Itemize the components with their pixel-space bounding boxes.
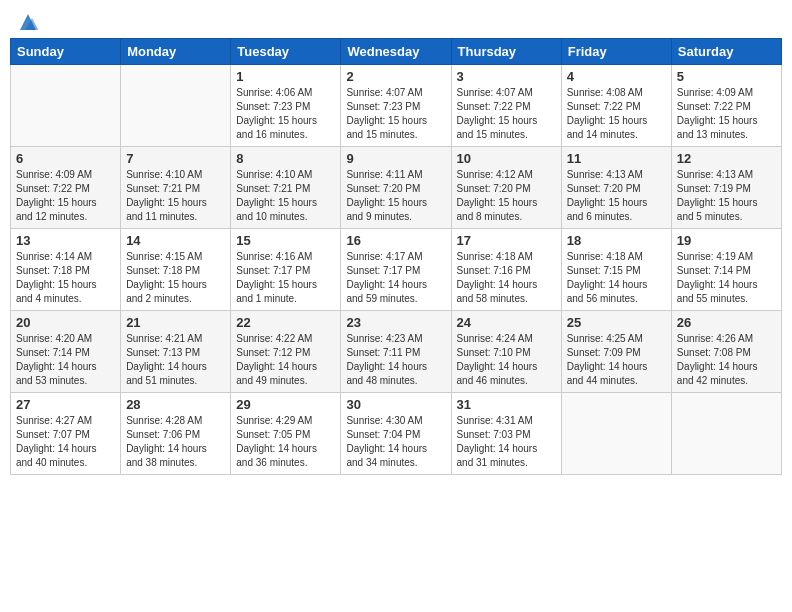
day-info: Sunrise: 4:09 AM Sunset: 7:22 PM Dayligh…	[16, 168, 115, 224]
calendar-cell: 14Sunrise: 4:15 AM Sunset: 7:18 PM Dayli…	[121, 229, 231, 311]
calendar-cell: 28Sunrise: 4:28 AM Sunset: 7:06 PM Dayli…	[121, 393, 231, 475]
day-number: 23	[346, 315, 445, 330]
calendar-cell: 26Sunrise: 4:26 AM Sunset: 7:08 PM Dayli…	[671, 311, 781, 393]
day-number: 26	[677, 315, 776, 330]
calendar-cell	[121, 65, 231, 147]
calendar-cell: 25Sunrise: 4:25 AM Sunset: 7:09 PM Dayli…	[561, 311, 671, 393]
day-info: Sunrise: 4:08 AM Sunset: 7:22 PM Dayligh…	[567, 86, 666, 142]
day-info: Sunrise: 4:10 AM Sunset: 7:21 PM Dayligh…	[236, 168, 335, 224]
calendar-week-row: 27Sunrise: 4:27 AM Sunset: 7:07 PM Dayli…	[11, 393, 782, 475]
day-number: 13	[16, 233, 115, 248]
day-number: 2	[346, 69, 445, 84]
calendar-table: SundayMondayTuesdayWednesdayThursdayFrid…	[10, 38, 782, 475]
calendar-cell	[561, 393, 671, 475]
weekday-header: Wednesday	[341, 39, 451, 65]
day-info: Sunrise: 4:26 AM Sunset: 7:08 PM Dayligh…	[677, 332, 776, 388]
day-info: Sunrise: 4:10 AM Sunset: 7:21 PM Dayligh…	[126, 168, 225, 224]
calendar-cell: 17Sunrise: 4:18 AM Sunset: 7:16 PM Dayli…	[451, 229, 561, 311]
weekday-header: Tuesday	[231, 39, 341, 65]
calendar-cell: 6Sunrise: 4:09 AM Sunset: 7:22 PM Daylig…	[11, 147, 121, 229]
weekday-header: Friday	[561, 39, 671, 65]
day-number: 3	[457, 69, 556, 84]
calendar-cell: 16Sunrise: 4:17 AM Sunset: 7:17 PM Dayli…	[341, 229, 451, 311]
day-info: Sunrise: 4:06 AM Sunset: 7:23 PM Dayligh…	[236, 86, 335, 142]
calendar-cell: 4Sunrise: 4:08 AM Sunset: 7:22 PM Daylig…	[561, 65, 671, 147]
day-number: 29	[236, 397, 335, 412]
day-number: 14	[126, 233, 225, 248]
calendar-cell: 21Sunrise: 4:21 AM Sunset: 7:13 PM Dayli…	[121, 311, 231, 393]
calendar-cell: 1Sunrise: 4:06 AM Sunset: 7:23 PM Daylig…	[231, 65, 341, 147]
day-number: 30	[346, 397, 445, 412]
day-number: 17	[457, 233, 556, 248]
day-number: 1	[236, 69, 335, 84]
weekday-header: Monday	[121, 39, 231, 65]
logo	[14, 10, 40, 30]
day-info: Sunrise: 4:30 AM Sunset: 7:04 PM Dayligh…	[346, 414, 445, 470]
calendar-cell: 9Sunrise: 4:11 AM Sunset: 7:20 PM Daylig…	[341, 147, 451, 229]
day-number: 19	[677, 233, 776, 248]
calendar-cell: 18Sunrise: 4:18 AM Sunset: 7:15 PM Dayli…	[561, 229, 671, 311]
day-info: Sunrise: 4:13 AM Sunset: 7:19 PM Dayligh…	[677, 168, 776, 224]
calendar-cell: 27Sunrise: 4:27 AM Sunset: 7:07 PM Dayli…	[11, 393, 121, 475]
day-number: 24	[457, 315, 556, 330]
day-number: 8	[236, 151, 335, 166]
calendar-cell: 8Sunrise: 4:10 AM Sunset: 7:21 PM Daylig…	[231, 147, 341, 229]
calendar-week-row: 20Sunrise: 4:20 AM Sunset: 7:14 PM Dayli…	[11, 311, 782, 393]
day-info: Sunrise: 4:11 AM Sunset: 7:20 PM Dayligh…	[346, 168, 445, 224]
calendar-cell: 3Sunrise: 4:07 AM Sunset: 7:22 PM Daylig…	[451, 65, 561, 147]
calendar-cell: 30Sunrise: 4:30 AM Sunset: 7:04 PM Dayli…	[341, 393, 451, 475]
day-info: Sunrise: 4:07 AM Sunset: 7:22 PM Dayligh…	[457, 86, 556, 142]
day-number: 16	[346, 233, 445, 248]
day-info: Sunrise: 4:12 AM Sunset: 7:20 PM Dayligh…	[457, 168, 556, 224]
weekday-header: Saturday	[671, 39, 781, 65]
calendar-week-row: 6Sunrise: 4:09 AM Sunset: 7:22 PM Daylig…	[11, 147, 782, 229]
weekday-header: Sunday	[11, 39, 121, 65]
day-number: 20	[16, 315, 115, 330]
day-number: 31	[457, 397, 556, 412]
day-number: 12	[677, 151, 776, 166]
day-info: Sunrise: 4:20 AM Sunset: 7:14 PM Dayligh…	[16, 332, 115, 388]
calendar-cell: 31Sunrise: 4:31 AM Sunset: 7:03 PM Dayli…	[451, 393, 561, 475]
calendar-week-row: 1Sunrise: 4:06 AM Sunset: 7:23 PM Daylig…	[11, 65, 782, 147]
day-number: 21	[126, 315, 225, 330]
day-info: Sunrise: 4:15 AM Sunset: 7:18 PM Dayligh…	[126, 250, 225, 306]
day-info: Sunrise: 4:24 AM Sunset: 7:10 PM Dayligh…	[457, 332, 556, 388]
day-info: Sunrise: 4:14 AM Sunset: 7:18 PM Dayligh…	[16, 250, 115, 306]
day-number: 4	[567, 69, 666, 84]
calendar-cell: 13Sunrise: 4:14 AM Sunset: 7:18 PM Dayli…	[11, 229, 121, 311]
calendar-cell: 23Sunrise: 4:23 AM Sunset: 7:11 PM Dayli…	[341, 311, 451, 393]
weekday-header: Thursday	[451, 39, 561, 65]
calendar-cell: 11Sunrise: 4:13 AM Sunset: 7:20 PM Dayli…	[561, 147, 671, 229]
calendar-week-row: 13Sunrise: 4:14 AM Sunset: 7:18 PM Dayli…	[11, 229, 782, 311]
calendar-cell: 10Sunrise: 4:12 AM Sunset: 7:20 PM Dayli…	[451, 147, 561, 229]
calendar-cell: 19Sunrise: 4:19 AM Sunset: 7:14 PM Dayli…	[671, 229, 781, 311]
day-info: Sunrise: 4:07 AM Sunset: 7:23 PM Dayligh…	[346, 86, 445, 142]
day-number: 27	[16, 397, 115, 412]
day-number: 28	[126, 397, 225, 412]
calendar-cell: 20Sunrise: 4:20 AM Sunset: 7:14 PM Dayli…	[11, 311, 121, 393]
day-info: Sunrise: 4:27 AM Sunset: 7:07 PM Dayligh…	[16, 414, 115, 470]
day-number: 9	[346, 151, 445, 166]
calendar-cell: 5Sunrise: 4:09 AM Sunset: 7:22 PM Daylig…	[671, 65, 781, 147]
logo-icon	[16, 10, 40, 34]
day-info: Sunrise: 4:17 AM Sunset: 7:17 PM Dayligh…	[346, 250, 445, 306]
day-info: Sunrise: 4:21 AM Sunset: 7:13 PM Dayligh…	[126, 332, 225, 388]
calendar-cell: 15Sunrise: 4:16 AM Sunset: 7:17 PM Dayli…	[231, 229, 341, 311]
day-info: Sunrise: 4:19 AM Sunset: 7:14 PM Dayligh…	[677, 250, 776, 306]
day-info: Sunrise: 4:29 AM Sunset: 7:05 PM Dayligh…	[236, 414, 335, 470]
day-number: 10	[457, 151, 556, 166]
day-number: 5	[677, 69, 776, 84]
day-info: Sunrise: 4:16 AM Sunset: 7:17 PM Dayligh…	[236, 250, 335, 306]
day-number: 18	[567, 233, 666, 248]
day-info: Sunrise: 4:22 AM Sunset: 7:12 PM Dayligh…	[236, 332, 335, 388]
calendar-cell: 22Sunrise: 4:22 AM Sunset: 7:12 PM Dayli…	[231, 311, 341, 393]
calendar-cell: 7Sunrise: 4:10 AM Sunset: 7:21 PM Daylig…	[121, 147, 231, 229]
day-info: Sunrise: 4:18 AM Sunset: 7:16 PM Dayligh…	[457, 250, 556, 306]
calendar-cell	[671, 393, 781, 475]
page-header	[10, 10, 782, 30]
day-number: 11	[567, 151, 666, 166]
day-info: Sunrise: 4:18 AM Sunset: 7:15 PM Dayligh…	[567, 250, 666, 306]
calendar-cell	[11, 65, 121, 147]
day-number: 15	[236, 233, 335, 248]
day-number: 25	[567, 315, 666, 330]
